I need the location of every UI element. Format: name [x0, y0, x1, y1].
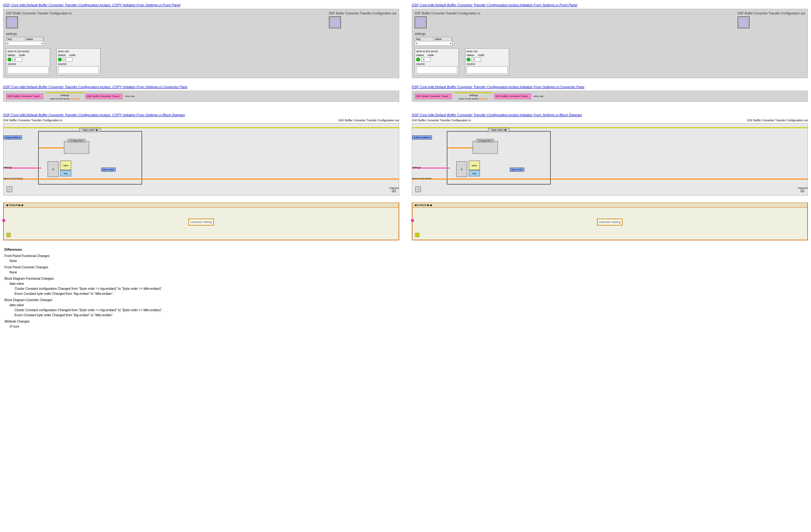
left-bd-byte-order-label: "byte order" ▶ [82, 128, 98, 131]
left-connector-pane-title[interactable]: DSF Core.lvlib:Default Buffer Converter … [3, 85, 399, 89]
left-fp-settings-area: settings key value ◂ ▸ [6, 32, 396, 46]
right-fp-source-lbl: source [416, 62, 457, 65]
left-bd-value: value [60, 161, 71, 170]
left-default-case-box: ◀ Default ▶◀ Unknown Setting [3, 203, 399, 240]
left-fp-error-in-status-lbl: status [7, 53, 15, 57]
left-fp-top-row: DSF Buffer Converter Transfer Configurat… [6, 12, 396, 30]
left-fp-error-out-status-lbl: status [58, 53, 65, 57]
left-bd-case-label: "byte order" ▶ [79, 128, 101, 132]
right-conn-settings-label: settings [469, 94, 478, 97]
left-conn-settings-row: settings [46, 94, 84, 97]
right-fp-in-area: DSF Buffer Converter Transfer Configurat… [415, 12, 480, 30]
right-bd-value: value [469, 161, 480, 170]
left-bd-top-wire [3, 127, 399, 128]
left-bd-enum[interactable]: ◂ big-endian ▸ [3, 136, 22, 140]
right-fp-code-field[interactable]: 0 [421, 57, 431, 62]
connector-pane-row: DSF Core.lvlib:Default Buffer Converter … [3, 85, 808, 107]
right-fp-out-code-field[interactable]: 0 [472, 57, 481, 62]
left-bd-settings-lbl: settings [3, 166, 12, 169]
right-conn-error-in-wire [479, 98, 488, 99]
left-conn-error-in-wire [70, 98, 79, 99]
left-fp-code-field[interactable]: 0 [13, 57, 22, 62]
right-connector-pane-title[interactable]: DSF Core.lvlib:Default Buffer Converter … [412, 85, 808, 89]
left-fp-scroll-right[interactable]: ▸ [42, 42, 43, 45]
right-fp-scroll-left[interactable]: ◂ [416, 42, 417, 45]
diff-bd-functional-title: Block Diagram Functional Changes [4, 276, 807, 281]
right-bd-inner-case-lbl: configuration [476, 139, 494, 142]
left-default-pink-dot [2, 219, 5, 222]
left-connector-pane-box: DSF Buffer Converter Transf... settings … [3, 91, 399, 102]
block-diagram-row: DSF Core.lvlib:Default Buffer Converter … [3, 113, 808, 197]
right-fp-source-box [416, 66, 457, 74]
left-conn-wire-yellow-top [46, 92, 65, 93]
left-bd-in-label: DSF Buffer Converter Transfer Configurat… [3, 119, 62, 122]
right-front-panel-title[interactable]: DSF Core.lvlib:Default Buffer Converter … [412, 3, 808, 7]
right-bd-case-inner: configuration [473, 141, 498, 154]
left-fp-source-lbl: source [7, 62, 48, 65]
right-fp-error-in-status-lbl: status [416, 53, 424, 57]
right-block-diagram-title[interactable]: DSF Core.lvlib:Default Buffer Converter … [412, 113, 808, 117]
right-bd-byte-order-btn[interactable]: byte order [510, 168, 524, 172]
right-fp-error-in-title: error in (no error) [416, 50, 457, 53]
right-bd-enum[interactable]: ◂ little-endian ▸ [412, 136, 432, 140]
diff-bd-functional: Block Diagram Functional Changes data va… [4, 276, 807, 296]
right-fp-settings-header: key value [415, 37, 452, 41]
left-bd-labels: DSF Buffer Converter Transfer Configurat… [3, 119, 399, 122]
left-fp-in-label: DSF Buffer Converter Transfer Configurat… [6, 12, 72, 15]
right-default-case-col: ◀ Default ▶◀ Unknown Setting [412, 203, 808, 240]
right-fp-out-status-led [466, 58, 470, 61]
right-fp-out-icon [738, 16, 750, 28]
diff-bd-cosmetic-category: data value [10, 303, 807, 308]
right-bd-error-in-lbl: error in (no error) [412, 177, 431, 180]
right-fp-settings-table: key value ◂ ▸ [415, 37, 453, 46]
left-fp-error-out-status-row: status code [58, 53, 99, 57]
right-bd-end-icon: p [800, 188, 805, 192]
left-fp-error-out-code-lbl: code [69, 53, 76, 57]
right-conn-middle: settings error in (no error) [454, 92, 493, 100]
right-bd-key: key [469, 170, 480, 176]
left-fp-in-icon [6, 16, 18, 28]
left-bd-byte-order-btn[interactable]: byte order [101, 168, 116, 172]
right-unknown-setting-text: Unknown Setting [599, 220, 621, 224]
left-front-panel-title[interactable]: DSF Core.lvlib:Default Buffer Converter … [3, 3, 399, 7]
right-connector-pane-col: DSF Core.lvlib:Default Buffer Converter … [412, 85, 808, 107]
right-default-header-text: ◀ Default ▶◀ [414, 203, 432, 207]
left-block-diagram-title[interactable]: DSF Core.lvlib:Default Buffer Converter … [3, 113, 399, 117]
left-conn-out-rect: DSF Buffer Converter Transf... [86, 94, 123, 99]
diff-fp-cosmetic-none: None [10, 270, 807, 275]
right-default-case-box: ◀ Default ▶◀ Unknown Setting [412, 203, 808, 240]
diff-bd-functional-category: data value [10, 281, 807, 286]
right-conn-middle-row1 [454, 92, 493, 93]
left-bd-enum-label: big-endian [7, 136, 19, 139]
right-default-pink-dot [411, 219, 414, 222]
right-conn-in-label: DSF Buffer Converter Transf... [416, 95, 450, 98]
right-fp-out-source-lbl: source [466, 62, 508, 65]
right-fp-settings-scroll: ◂ ▸ [415, 41, 452, 45]
left-bd-configuration-lbl: configuration [69, 139, 84, 142]
right-conn-out-label: DSF Buffer Converter Transf... [495, 95, 530, 98]
left-conn-error-out-label: error out [125, 95, 135, 98]
left-default-header-text: ◀ Default ▶◀ [6, 203, 23, 207]
right-bd-byte-order-key: byte order [511, 168, 523, 171]
left-default-content-area: Unknown Setting [7, 209, 395, 235]
left-fp-out-source-box [58, 66, 99, 74]
right-fp-error-in-status-row: status code [416, 53, 457, 57]
diff-attribute-title: Attribute Changes [4, 319, 807, 324]
left-fp-out-code-field[interactable]: 0 [63, 57, 73, 62]
left-front-panel-box: DSF Buffer Converter Transfer Configurat… [3, 9, 399, 78]
right-fp-in-icon-inner [416, 18, 425, 27]
diff-attribute-vi-icon: VI icon [10, 324, 807, 329]
right-fp-out-source-box [466, 66, 508, 74]
right-fp-scroll-right[interactable]: ▸ [450, 42, 452, 45]
right-fp-error-in-code-lbl: code [428, 53, 434, 57]
diff-bd-functional-item2: Enum Constant byte order Changed from "b… [15, 291, 807, 296]
left-fp-out-source-lbl: source [58, 62, 99, 65]
left-connector-pane-col: DSF Core.lvlib:Default Buffer Converter … [3, 85, 399, 107]
right-bd-bundle: B [456, 161, 467, 177]
left-fp-col-key: key [6, 37, 25, 41]
left-fp-settings-table: key value ◂ ▸ [6, 37, 44, 46]
left-fp-scroll-left[interactable]: ◂ [7, 42, 8, 45]
right-conn-in-block: DSF Buffer Converter Transf... [415, 94, 452, 99]
right-conn-in-rect: DSF Buffer Converter Transf... [415, 94, 452, 99]
left-conn-out-block: DSF Buffer Converter Transf... [86, 94, 123, 99]
